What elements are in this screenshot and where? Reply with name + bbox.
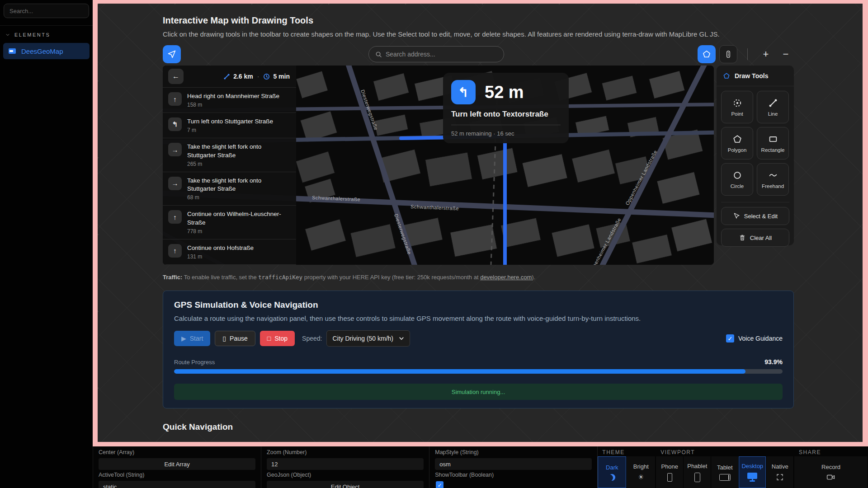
clear-all-button[interactable]: Clear All [721,229,789,247]
sidebar-section-elements[interactable]: ELEMENTS [0,26,93,42]
separator-dot: · [257,73,259,80]
story-canvas: Interactive Map with Drawing Tools Click… [98,4,863,442]
prop-label: Zoom (Number) [267,449,424,457]
tool-point[interactable]: Point [721,91,753,123]
zoom-in-button[interactable]: + [758,46,774,62]
arrow-up-icon: ↑ [168,244,182,258]
instruction-distance: 7 m [187,127,273,133]
edit-array-button[interactable]: Edit Array [99,458,255,470]
navigation-arrow-icon [167,50,176,59]
theme-dark-button[interactable]: Dark [598,456,627,488]
select-edit-label: Select & Edit [744,213,778,220]
traffic-toggle-button[interactable] [719,45,737,63]
navigation-panel: ← 2.6 km · 5 min ↑ Head right on Mannhei… [163,66,296,265]
sun-icon: ☀ [638,473,644,481]
address-search[interactable] [368,46,504,62]
theme-header: THEME [598,446,656,456]
edit-object-button[interactable]: Edit Object [267,481,424,488]
instruction-distance: 158 m [187,102,279,108]
instruction-text: Continue onto Wilhelm-Leuschner-Straße [187,210,290,226]
back-button[interactable]: ← [168,69,184,84]
progress-bar-track [174,369,783,374]
instruction-text: Head right on Mannheimer Straße [187,92,279,100]
route-progress-label: Route Progress [174,359,215,366]
traffic-api-key-code: trafficApiKey [258,274,302,281]
prop-label: GeoJson (Object) [267,472,424,480]
viewport-native-label: Native [772,463,788,470]
chevron-down-icon [399,336,404,341]
instruction-distance: 265 m [187,161,290,167]
story-frame: Interactive Map with Drawing Tools Click… [93,0,868,446]
prop-label: MapStyle (String) [435,449,592,457]
tool-circle[interactable]: Circle [721,163,753,196]
turn-left-icon: ↰ [168,117,182,131]
zoom-out-button[interactable]: − [778,46,794,62]
phablet-icon [694,473,700,482]
speed-select[interactable]: City Driving (50 km/h) [326,330,410,347]
voice-guidance-checkbox[interactable]: ✓ [726,334,734,343]
speed-label: Speed: [302,335,322,342]
instruction-item[interactable]: → Take the slight left fork onto Stuttga… [163,172,296,205]
prop-label: ShowToolbar (Boolean) [435,472,592,480]
viewport-header: VIEWPORT [656,446,794,456]
turn-distance: 52 m [485,83,524,102]
instruction-item[interactable]: ↑ Head right on Mannheimer Straße 158 m [163,88,296,113]
select-edit-button[interactable]: Select & Edit [721,207,789,225]
sidebar-item-deesgeomap[interactable]: DeesGeoMap [3,43,90,59]
instruction-distance: 131 m [187,253,254,260]
clear-all-label: Clear All [750,235,772,241]
tool-rectangle[interactable]: Rectangle [757,127,789,160]
tool-label: Freehand [762,183,784,189]
viewport-phablet-label: Phablet [687,463,707,469]
zoom-input[interactable] [267,458,424,470]
traffic-note-text: ). [532,274,535,281]
prop-label: Center (Array) [99,449,255,457]
viewport-tablet-button[interactable]: Tablet [711,456,739,488]
voice-guidance-label: Voice Guidance [738,335,783,342]
line-icon [768,98,778,108]
instruction-item[interactable]: ↑ Continue onto Hofstraße 131 m [163,239,296,264]
viewport-native-button[interactable]: Native [766,456,794,488]
activetool-input[interactable] [99,481,255,488]
sidebar-search-input[interactable] [4,4,89,18]
draw-tools-toggle-button[interactable] [698,45,716,63]
arrow-right-icon: → [168,143,182,156]
viewport-phone-button[interactable]: Phone [656,456,684,488]
pause-label: Pause [230,335,248,342]
speed-value: City Driving (50 km/h) [332,335,393,342]
viewport-desktop-button[interactable]: Desktop [739,456,766,488]
prop-label: ActiveTool (String) [99,472,255,480]
here-developer-link[interactable]: developer.here.com [480,274,532,281]
traffic-note-text: To enable live traffic, set the [182,274,258,281]
showtoolbar-checkbox[interactable]: ✓ [436,481,443,488]
tool-polygon[interactable]: Polygon [721,127,753,160]
tool-line[interactable]: Line [757,91,789,123]
instruction-item[interactable]: ↑ Continue onto Wilhelm-Leuschner-Straße… [163,206,296,239]
instruction-item[interactable]: ↰ Turn left onto Stuttgarter Straße 7 m [163,113,296,138]
start-label: Start [190,335,203,342]
share-record-button[interactable]: Record [794,456,868,488]
stop-button[interactable]: □ Stop [260,331,295,346]
theme-dark-label: Dark [606,464,618,471]
instruction-text: Take the slight left fork onto Stuttgart… [187,177,290,193]
polygon-icon [732,134,742,144]
address-search-input[interactable] [386,51,497,58]
cursor-icon [733,212,740,220]
start-button[interactable]: ▶ Start [174,331,210,346]
freehand-icon [768,170,778,180]
page-title: Interactive Map with Drawing Tools [163,15,794,26]
tool-label: Line [768,111,778,117]
sidebar-section-label: ELEMENTS [14,32,50,38]
pause-button[interactable]: ▯ Pause [215,331,255,346]
instruction-item[interactable]: → Take the slight left fork onto Stuttga… [163,138,296,171]
mapstyle-input[interactable] [435,458,592,470]
chevron-down-icon [5,33,10,37]
component-icon [9,48,16,54]
locate-button[interactable] [163,45,181,63]
theme-bright-button[interactable]: Bright ☀ [627,456,656,488]
viewport-phablet-button[interactable]: Phablet [684,456,711,488]
tool-freehand[interactable]: Freehand [757,163,789,196]
pentagon-icon [723,72,730,80]
progress-bar-fill [174,369,745,374]
circle-icon [732,170,742,180]
